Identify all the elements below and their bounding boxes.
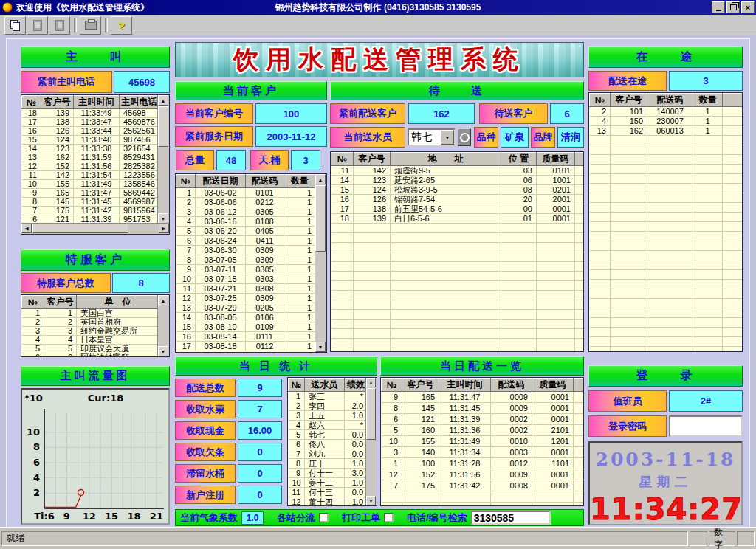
phone-search-input[interactable] <box>471 511 551 525</box>
table-row[interactable]: 21011400071 <box>590 107 743 117</box>
table-row[interactable]: 1203-07-2503091 <box>176 294 316 303</box>
table-row[interactable]: 11何十三0.0 <box>289 488 368 497</box>
table-row[interactable]: 1713811:33:474569876 <box>22 118 159 127</box>
table-row[interactable]: 6佟八0.0 <box>289 440 368 449</box>
table-row[interactable]: 1303-07-2902051 <box>176 303 316 313</box>
table-row[interactable]: 703-06-3003091 <box>176 246 316 255</box>
table-row[interactable]: 1512411:33:40987456 <box>22 136 159 145</box>
table-row[interactable]: 1215211:31:562825382 <box>22 162 159 171</box>
paste-special-button[interactable] <box>49 16 70 35</box>
table-row[interactable]: 314011:31:3400030001 <box>382 447 584 458</box>
table-row[interactable]: 403-06-1601081 <box>176 217 316 227</box>
table-row[interactable]: 14123延安路2-65061001 <box>331 176 584 185</box>
table-row[interactable]: 103-06-0201011 <box>176 188 316 198</box>
table-row[interactable]: 717511:31:429815964 <box>22 207 159 215</box>
table-row[interactable]: 1215211:31:5600090001 <box>382 469 584 480</box>
table-row[interactable]: 11142烟霞街9-5030101 <box>331 166 584 176</box>
table-row[interactable]: 11美国白宫 <box>22 309 159 318</box>
table-row[interactable]: 8庄十1.0 <box>289 459 368 469</box>
table-row[interactable]: 1813911:33:4945698 <box>22 109 159 118</box>
password-input[interactable] <box>669 415 743 437</box>
weather-factor-value[interactable]: 1.0 <box>241 511 264 525</box>
worker-combobox[interactable]: 韩七 ▼ <box>408 128 456 146</box>
table-row[interactable]: 303-06-1203051 <box>176 207 316 217</box>
scroll-up-button[interactable]: ▲ <box>158 95 168 106</box>
copy-button[interactable] <box>4 16 26 35</box>
table-row[interactable]: 41502300071 <box>590 117 743 126</box>
table-row[interactable]: 1张三* <box>289 392 368 401</box>
table-row[interactable]: 814511:31:454569987 <box>22 198 159 207</box>
table-row[interactable]: 916511:31:475869442 <box>22 189 159 198</box>
chevron-down-icon[interactable]: ▼ <box>441 130 454 145</box>
vertical-scrollbar[interactable]: ▲ ▼ <box>157 95 169 224</box>
table-row[interactable]: 916511:31:4700090001 <box>382 392 584 403</box>
table-row[interactable]: 12董十四1.0 <box>289 497 368 507</box>
table-row[interactable]: 1703-08-1801121 <box>176 342 316 351</box>
table-row[interactable]: 22英国首相府 <box>22 318 159 327</box>
table-row[interactable]: 110011:31:2800121101 <box>382 458 584 469</box>
scroll-down-button[interactable]: ▼ <box>366 496 376 505</box>
vertical-scrollbar[interactable]: ▲ ▼ <box>315 174 326 352</box>
table-row[interactable]: 803-07-0503091 <box>176 255 316 265</box>
table-row[interactable]: 1503-08-1001091 <box>176 322 316 332</box>
print-order-checkbox[interactable] <box>384 513 394 522</box>
table-row[interactable]: 203-06-0602121 <box>176 198 316 207</box>
table-row[interactable]: 18139白日6-5-6010001 <box>331 214 584 224</box>
table-row[interactable]: 1114211:31:541223556 <box>22 171 159 180</box>
scroll-thumb[interactable] <box>315 185 326 252</box>
table-row[interactable]: 3王五1.0 <box>289 411 368 421</box>
table-row[interactable]: 1403-08-0501061 <box>176 313 316 322</box>
table-row[interactable]: 503-06-2004051 <box>176 227 316 236</box>
table-row[interactable]: 1015511:31:491358546 <box>22 180 159 189</box>
scroll-up-button[interactable]: ▲ <box>366 378 376 387</box>
scroll-thumb[interactable] <box>366 388 376 440</box>
table-row[interactable]: 717511:31:4200080001 <box>382 480 584 491</box>
scroll-up-button[interactable]: ▲ <box>158 295 168 305</box>
table-row[interactable]: 5韩七0.0 <box>289 430 368 440</box>
table-row[interactable]: 2李四2.0 <box>289 401 368 411</box>
table-row[interactable]: 1003-07-1503031 <box>176 274 316 284</box>
restore-button[interactable] <box>726 1 740 13</box>
table-row[interactable]: 131620600131 <box>590 126 743 136</box>
help-button[interactable]: ? <box>111 16 132 35</box>
paste-button[interactable] <box>27 16 48 35</box>
station-split-checkbox[interactable] <box>319 513 329 522</box>
scroll-left-button[interactable]: ◀ <box>21 224 32 233</box>
scroll-thumb[interactable] <box>32 224 128 233</box>
close-button[interactable]: × <box>741 1 755 13</box>
scroll-up-button[interactable]: ▲ <box>315 174 326 184</box>
scroll-down-button[interactable]: ▼ <box>158 213 168 224</box>
table-row[interactable]: 814511:31:4500090001 <box>382 403 584 414</box>
table-row[interactable]: 516011:31:3600022101 <box>382 425 584 436</box>
scroll-down-button[interactable]: ▼ <box>315 342 326 352</box>
table-row[interactable]: 55印度议会大厦 <box>22 345 159 353</box>
table-row[interactable]: 603-06-2404111 <box>176 236 316 246</box>
table-row[interactable]: 44日本皇宫 <box>22 336 159 345</box>
table-row[interactable]: 16126锦朝路7-54202001 <box>331 195 584 204</box>
table-row[interactable]: 1015511:31:4900101201 <box>382 436 584 447</box>
table-row[interactable]: 17138前五里54-5-6000001 <box>331 204 584 214</box>
table-row[interactable]: 612111:31:3900020001 <box>382 414 584 425</box>
print-button[interactable] <box>80 16 101 35</box>
refresh-circle-button[interactable] <box>458 128 471 146</box>
table-row[interactable]: 10姜十二1.0 <box>289 478 368 488</box>
table-row[interactable]: 1603-08-1401111 <box>176 332 316 342</box>
table-row[interactable]: 15124松坡路3-9-5080201 <box>331 185 584 195</box>
table-row[interactable]: 1612611:33:442562561 <box>22 127 159 136</box>
scroll-down-button[interactable]: ▼ <box>158 346 168 356</box>
minimize-button[interactable] <box>712 1 725 13</box>
scroll-right-button[interactable]: ▶ <box>159 224 169 233</box>
table-row[interactable]: 33纽约金融交易所 <box>22 327 159 336</box>
vertical-scrollbar[interactable]: ▲ ▼ <box>365 378 377 505</box>
scroll-thumb[interactable] <box>158 106 168 147</box>
table-row[interactable]: 66阿拉法特官邸 <box>22 353 159 358</box>
vertical-scrollbar[interactable]: ▲ ▼ <box>157 295 169 356</box>
app-icon[interactable] <box>2 2 13 13</box>
table-row[interactable]: 1412311:33:38321654 <box>22 145 159 153</box>
table-row[interactable]: 903-07-1103051 <box>176 265 316 274</box>
table-row[interactable]: 9付十一3.0 <box>289 469 368 478</box>
table-row[interactable]: 1103-07-2103081 <box>176 284 316 294</box>
table-row[interactable]: 4赵六* <box>289 421 368 430</box>
table-row[interactable]: 1316211:31:598529431 <box>22 153 159 162</box>
table-row[interactable]: 7刘九0.0 <box>289 449 368 459</box>
